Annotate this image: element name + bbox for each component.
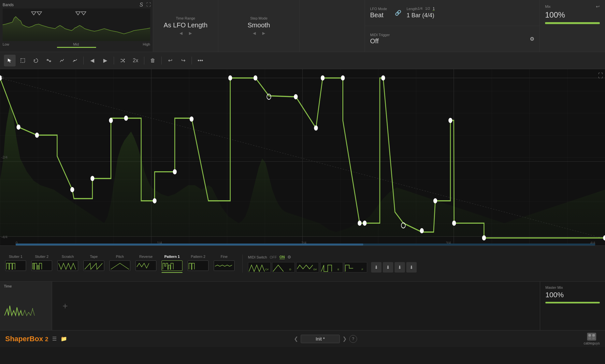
lfo-svg[interactable]: ⛶ (0, 69, 605, 245)
shuffle-button[interactable] (117, 55, 128, 66)
length-header: Length 1/4 1/2 1 (407, 7, 435, 11)
mix-value: 100% (545, 10, 600, 20)
download-btn-3[interactable]: ⬇ (395, 262, 405, 273)
svg-point-26 (109, 118, 112, 123)
svg-marker-2 (37, 12, 42, 15)
rectangle-select-button[interactable] (17, 55, 29, 66)
select-tool-button[interactable] (4, 55, 16, 66)
pattern-scratch-indicator (57, 272, 78, 273)
redo-button[interactable]: ↪ (177, 55, 189, 66)
bands-label: Bands (3, 3, 150, 7)
pattern-stutter2[interactable]: Stutter 2 (29, 253, 55, 274)
lfo-mode-row: LFO Mode Beat 🔗 Length 1/4 1/2 1 1 Bar (… (365, 0, 540, 26)
pattern-reverse-preview (136, 260, 156, 271)
svg-rect-56 (592, 334, 595, 337)
midi-pattern-dsharp[interactable]: D# (296, 262, 319, 273)
pattern-stutter1[interactable]: Stutter 1 (3, 253, 29, 274)
length-label: Length (407, 7, 418, 11)
bands-waveform[interactable] (3, 8, 150, 41)
pattern-2-preview (188, 260, 209, 271)
double-button[interactable]: 2x (130, 55, 141, 66)
playhead-bar[interactable] (16, 244, 595, 245)
midi-pattern-d[interactable]: D (272, 262, 295, 273)
link-icon[interactable]: 🔗 (395, 10, 401, 16)
master-mix-bar[interactable] (545, 302, 600, 303)
pattern-scratch[interactable]: Scratch (55, 253, 81, 274)
mix-bar[interactable] (545, 22, 600, 24)
next-button[interactable]: ▶ (99, 55, 111, 66)
preset-next-button[interactable]: ❯ (342, 336, 347, 342)
bands-s-label: S (139, 2, 143, 8)
preset-name[interactable]: Init * (301, 335, 340, 343)
delete-button[interactable]: 🗑 (147, 55, 159, 66)
prev-button[interactable]: ◀ (86, 55, 98, 66)
time-range-right-arrow[interactable]: ▶ (189, 31, 192, 35)
svg-rect-57 (588, 337, 591, 339)
midi-settings-icon[interactable]: ⚙ (530, 36, 534, 42)
lfo-canvas-area[interactable]: 0 -2/4 -4/4 (0, 69, 605, 245)
midi-on-button[interactable]: ON (280, 255, 285, 259)
expand-icon[interactable]: ⛶ (146, 2, 151, 7)
midi-off-button[interactable]: OFF (270, 255, 277, 259)
midi-pattern-row: C# D (248, 262, 417, 273)
time-module: Time (0, 282, 52, 330)
pattern-fine[interactable]: Fine (211, 253, 237, 274)
top-header: Bands S ⛶ (0, 0, 605, 52)
svg-rect-58 (592, 337, 595, 339)
frac-one[interactable]: 1 (433, 7, 435, 11)
point-tool-button[interactable] (69, 55, 81, 66)
svg-point-43 (420, 229, 424, 233)
svg-point-39 (363, 221, 366, 226)
frac-half[interactable]: 1/2 (425, 7, 430, 11)
svg-point-21 (0, 76, 2, 80)
svg-text:E: E (338, 268, 339, 271)
status-bar: ShaperBox 2 ☰ 📁 ❮ Init * ❯ ? cableguys (0, 330, 605, 347)
time-range-value: As LFO Length (164, 21, 208, 29)
pattern-tape[interactable]: Tape (81, 253, 107, 274)
svg-marker-11 (124, 61, 125, 63)
length-section: Length 1/4 1/2 1 1 Bar (4/4) (407, 7, 435, 19)
pattern-pitch[interactable]: Pitch (107, 253, 133, 274)
download-btn-1[interactable]: ⬇ (371, 262, 382, 273)
undo-button[interactable]: ↩ (164, 55, 176, 66)
more-button[interactable]: ••• (194, 55, 206, 66)
svg-text:⛶: ⛶ (598, 72, 603, 79)
time-range-left-arrow[interactable]: ◀ (180, 31, 182, 35)
step-mode-arrows: ◀ ▶ (253, 31, 265, 35)
step-mode-right-arrow[interactable]: ▶ (262, 31, 265, 35)
bottom-spacer (78, 282, 540, 330)
frac-quarter[interactable]: 1/4 (418, 7, 423, 11)
mix-link-icon[interactable]: ↩ (596, 4, 600, 9)
pattern-tape-preview (83, 260, 104, 271)
download-btn-4[interactable]: ⬇ (406, 262, 417, 273)
mix-header: Mix ↩ (545, 4, 600, 9)
pattern-1[interactable]: Pattern 1 (159, 253, 185, 274)
midi-switch-settings-icon[interactable]: ⚙ (287, 255, 291, 259)
midi-pattern-f[interactable]: F (344, 262, 367, 273)
pattern-reverse-label: Reverse (139, 255, 153, 259)
step-mode-left-arrow[interactable]: ◀ (253, 31, 256, 35)
svg-point-22 (17, 125, 20, 130)
help-button[interactable]: ? (349, 335, 357, 343)
patterns-row: Stutter 1 Stutter 2 Scratch Tape (0, 245, 605, 281)
add-module-button[interactable]: + (52, 282, 78, 330)
smooth-curve-button[interactable] (56, 55, 68, 66)
pattern-1-preview (162, 260, 182, 271)
midi-pattern-e[interactable]: E (320, 262, 343, 273)
step-mode-value: Smooth (248, 21, 270, 29)
midi-pattern-csharp[interactable]: C# (248, 262, 271, 273)
cycle-tool-button[interactable] (30, 55, 42, 66)
link-curve-button[interactable] (43, 55, 55, 66)
pattern-stutter2-preview (31, 260, 52, 271)
download-btn-2[interactable]: ⬇ (383, 262, 393, 273)
pattern-2[interactable]: Pattern 2 (185, 253, 211, 274)
cableguys-icon (587, 333, 596, 341)
pattern-stutter2-label: Stutter 2 (35, 255, 49, 259)
hamburger-button[interactable]: ☰ (52, 336, 57, 342)
preset-prev-button[interactable]: ❮ (294, 336, 298, 342)
master-mix-label: Master Mix (545, 286, 600, 289)
svg-marker-10 (124, 59, 125, 60)
pattern-stutter1-preview (5, 260, 26, 271)
folder-button[interactable]: 📁 (61, 336, 67, 342)
pattern-reverse[interactable]: Reverse (133, 253, 159, 274)
